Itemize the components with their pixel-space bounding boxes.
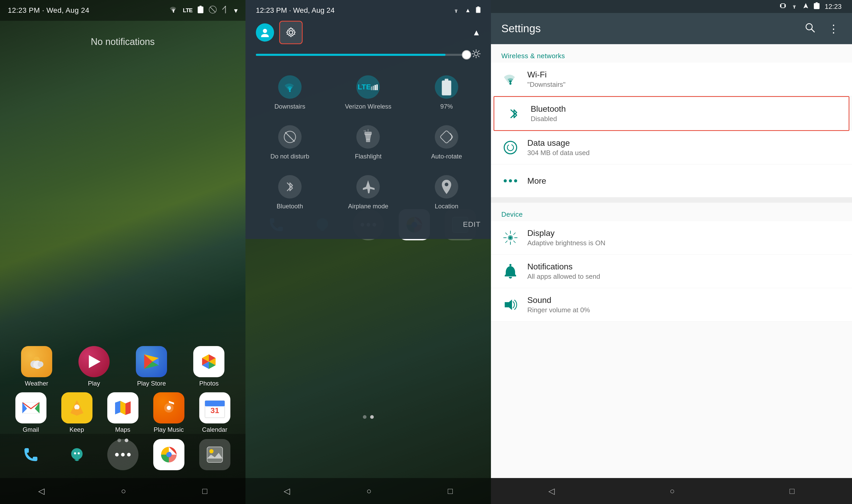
qs-bluetooth-label: Bluetooth <box>277 203 303 210</box>
qs-tile-row-2: Do not disturb Flashlight Auto-rotate <box>251 118 486 165</box>
qs-settings-button[interactable] <box>279 21 303 44</box>
svg-rect-87 <box>814 4 819 8</box>
svg-line-7 <box>223 6 225 10</box>
app-playmusic[interactable]: Play Music <box>146 392 192 433</box>
svg-point-26 <box>121 453 125 456</box>
keep-icon <box>61 392 92 424</box>
dock-launcher[interactable] <box>100 439 146 473</box>
bluetooth-item-subtitle: Disabled <box>531 115 838 123</box>
svg-marker-58 <box>365 134 371 140</box>
notifications-item-title: Notifications <box>527 262 841 271</box>
expand-icon[interactable]: ▾ <box>234 6 238 15</box>
qs-back-button[interactable]: ◁ <box>276 484 298 499</box>
qs-tile-cellular[interactable]: LTE Verizon Wireless <box>336 68 401 115</box>
settings-battery-icon <box>814 2 819 12</box>
back-button[interactable]: ◁ <box>30 484 53 499</box>
dock-chrome[interactable] <box>146 439 192 473</box>
svg-point-94 <box>514 179 517 182</box>
svg-point-30 <box>166 452 171 457</box>
app-weather[interactable]: Weather <box>13 346 60 387</box>
svg-rect-31 <box>207 447 223 463</box>
settings-item-more[interactable]: More <box>491 164 852 197</box>
settings-search-button[interactable] <box>802 20 818 38</box>
quick-settings-panel: 12:23 PM · Wed, Aug 24 ▲ <box>246 0 491 504</box>
svg-rect-51 <box>375 85 376 90</box>
settings-item-wifi[interactable]: Wi-Fi "Downstairs" <box>491 62 852 96</box>
svg-point-11 <box>38 361 43 367</box>
svg-point-65 <box>445 183 448 186</box>
qs-user-button[interactable] <box>256 23 274 41</box>
display-settings-icon <box>501 229 520 247</box>
settings-home-button[interactable]: ○ <box>659 484 685 499</box>
settings-item-data-usage[interactable]: Data usage 304 MB of data used <box>491 131 852 164</box>
qs-cellular-label: Verizon Wireless <box>345 103 392 110</box>
qs-bluetooth-tile-icon <box>278 175 302 198</box>
qs-tile-autorotate[interactable]: Auto-rotate <box>414 118 479 165</box>
svg-rect-49 <box>371 87 372 90</box>
settings-toolbar: Settings ⋮ <box>491 13 852 44</box>
svg-line-57 <box>285 132 294 142</box>
qs-battery-tile-icon <box>435 75 458 99</box>
weather-icon <box>21 346 52 377</box>
svg-rect-81 <box>781 4 785 8</box>
dock-gallery[interactable] <box>192 439 238 473</box>
dock-hangouts[interactable] <box>54 439 100 473</box>
qs-airplane-tile-icon <box>356 175 380 198</box>
app-gmail[interactable]: Gmail <box>8 392 54 433</box>
hangouts-icon <box>61 439 92 470</box>
app-playstore[interactable]: Play Store <box>128 346 175 387</box>
recents-button[interactable]: □ <box>195 484 215 499</box>
sound-item-title: Sound <box>527 295 841 305</box>
gmail-icon <box>15 392 47 424</box>
qs-home-button[interactable]: ○ <box>359 484 379 499</box>
svg-point-90 <box>509 83 511 85</box>
brightness-bar[interactable] <box>246 49 491 68</box>
app-play[interactable]: Play <box>71 346 117 387</box>
app-maps[interactable]: Maps <box>100 392 146 433</box>
dock-phone[interactable] <box>8 439 54 473</box>
svg-rect-35 <box>477 6 479 7</box>
app-calendar[interactable]: 31 Calendar <box>192 392 238 433</box>
svg-point-23 <box>74 452 76 454</box>
svg-line-103 <box>513 233 515 235</box>
sound-settings-icon <box>501 296 520 314</box>
qs-tile-row-1: Downstairs LTE Verizon Wireless 97% <box>251 68 486 115</box>
qs-time-date: 12:23 PM · Wed, Aug 24 <box>256 6 334 15</box>
settings-item-bluetooth[interactable]: Bluetooth Disabled <box>493 96 849 131</box>
settings-back-button[interactable]: ◁ <box>538 484 565 499</box>
wifi-item-title: Wi-Fi <box>527 70 841 79</box>
sound-item-text: Sound Ringer volume at 0% <box>527 295 841 314</box>
settings-item-display[interactable]: Display Adaptive brightness is ON <box>491 221 852 255</box>
svg-line-45 <box>478 56 479 57</box>
qs-tile-dnd[interactable]: Do not disturb <box>257 118 322 165</box>
data-item-text: Data usage 304 MB of data used <box>527 138 841 157</box>
qs-tile-bluetooth[interactable]: Bluetooth <box>257 168 322 215</box>
qs-dnd-tile-icon <box>278 125 302 149</box>
qs-tile-battery[interactable]: 97% <box>414 68 479 115</box>
qs-tile-airplane[interactable]: Airplane mode <box>336 168 401 215</box>
bluetooth-settings-icon <box>505 105 523 123</box>
notification-text: No notifications <box>0 36 246 47</box>
svg-line-44 <box>473 51 474 52</box>
wifi-settings-icon <box>501 70 520 88</box>
svg-point-91 <box>507 144 513 151</box>
brightness-fill <box>256 54 446 56</box>
home-button[interactable]: ○ <box>113 484 134 499</box>
qs-tile-wifi[interactable]: Downstairs <box>257 68 322 115</box>
brightness-slider[interactable] <box>256 54 467 56</box>
settings-more-button[interactable]: ⋮ <box>826 20 841 38</box>
qs-autorotate-tile-icon <box>435 125 458 149</box>
settings-item-sound[interactable]: Sound Ringer volume at 0% <box>491 288 852 322</box>
app-keep[interactable]: Keep <box>54 392 100 433</box>
qs-tile-flashlight[interactable]: Flashlight <box>336 118 401 165</box>
settings-recents-button[interactable]: □ <box>779 484 805 499</box>
qs-edit-button[interactable]: EDIT <box>246 218 491 234</box>
qs-recents-button[interactable]: □ <box>440 484 460 499</box>
settings-item-notifications[interactable]: Notifications All apps allowed to send <box>491 255 852 288</box>
qs-tile-location[interactable]: Location <box>414 168 479 215</box>
qs-status-icons: ▲ <box>453 6 481 15</box>
app-photos[interactable]: Photos <box>185 346 232 387</box>
settings-content: Wireless & networks Wi-Fi "Downstairs" <box>491 44 852 478</box>
svg-rect-64 <box>440 130 453 144</box>
qs-collapse-button[interactable]: ▲ <box>472 28 481 37</box>
